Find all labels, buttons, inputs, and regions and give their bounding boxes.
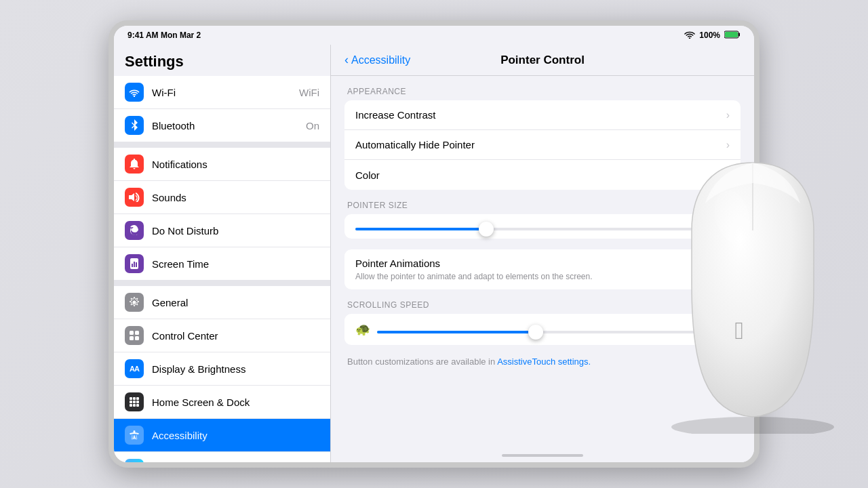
general-icon [125,293,144,312]
svg-rect-3 [725,32,738,37]
accessibility-icon [125,426,144,445]
controlcenter-label: Control Center [152,330,319,342]
sidebar-title: Settings [114,45,330,76]
wifi-value: WiFi [299,87,319,98]
wallpaper-icon [125,459,144,462]
battery-icon [724,30,741,40]
increase-contrast-row[interactable]: Increase Contrast › [344,100,741,130]
back-chevron-icon: ‹ [344,53,349,67]
panel-header: ‹ Accessibility Pointer Control [331,45,754,76]
sidebar-item-screentime[interactable]: Screen Time [114,247,330,281]
sidebar-item-accessibility[interactable]: Accessibility [114,419,330,452]
increase-contrast-label: Increase Contrast [355,109,726,121]
controlcenter-icon [125,326,144,345]
sidebar-item-controlcenter[interactable]: Control Center [114,319,330,352]
svg-rect-10 [130,331,134,335]
svg-rect-2 [738,33,740,37]
bluetooth-label: Bluetooth [152,120,306,131]
svg-rect-12 [130,336,134,340]
assistivetouch-link[interactable]: AssistiveTouch settings. [497,357,591,367]
sounds-icon [125,188,144,207]
svg-rect-6 [132,264,133,267]
homescreen-label: Home Screen & Dock [152,396,319,408]
scroll-indicator [502,454,583,457]
svg-rect-7 [134,262,135,267]
svg-rect-13 [135,336,139,340]
sidebar-item-wifi[interactable]: Wi-Fi WiFi [114,76,330,109]
svg-rect-11 [135,331,139,335]
sidebar-item-display[interactable]: AA Display & Brightness [114,352,330,386]
back-label: Accessibility [351,54,410,66]
sidebar-item-homescreen[interactable]: Home Screen & Dock [114,386,330,419]
settings-sidebar: Settings Wi-Fi WiFi [114,45,331,462]
sounds-label: Sounds [152,192,319,203]
svg-text::  [734,317,743,344]
display-label: Display & Brightness [152,363,319,375]
svg-rect-21 [133,404,136,407]
scrolling-speed-thumb[interactable] [528,325,543,340]
wifi-label: Wi-Fi [152,87,299,98]
sidebar-item-donotdisturb[interactable]: Do Not Disturb [114,214,330,247]
donotdisturb-label: Do Not Disturb [152,225,319,237]
notifications-label: Notifications [152,159,319,170]
svg-point-9 [133,301,136,304]
svg-rect-22 [136,404,139,407]
scrolling-speed-fill [377,331,536,333]
magic-mouse:  [651,149,868,488]
sidebar-item-notifications[interactable]: Notifications [114,148,330,181]
pointer-size-fill [355,228,486,230]
accessibility-label: Accessibility [152,430,319,441]
svg-rect-19 [136,401,139,403]
svg-point-4 [134,95,135,96]
svg-rect-15 [133,397,136,400]
donotdisturb-icon [125,221,144,240]
sidebar-item-wallpaper[interactable]: Wallpaper [114,452,330,462]
svg-point-0 [689,37,690,39]
divider-1 [114,142,330,148]
svg-point-23 [134,430,136,432]
svg-rect-16 [136,397,139,400]
svg-rect-17 [130,401,132,403]
sidebar-list: Wi-Fi WiFi Bluetooth On [114,76,330,462]
bluetooth-icon [125,116,144,135]
sidebar-item-bluetooth[interactable]: Bluetooth On [114,109,330,142]
divider-2 [114,281,330,286]
display-icon: AA [125,359,144,378]
footer-prefix: Button customizations are available in [347,357,497,367]
sidebar-item-sounds[interactable]: Sounds [114,181,330,214]
appearance-header: APPEARANCE [344,87,741,100]
wifi-icon [125,83,144,102]
svg-rect-8 [136,262,137,267]
sidebar-item-general[interactable]: General [114,286,330,319]
pointer-size-thumb[interactable] [479,222,494,237]
bluetooth-value: On [306,120,319,131]
status-bar: 9:41 AM Mon Mar 2 100% [114,26,754,45]
svg-rect-14 [130,397,132,400]
svg-rect-18 [133,401,136,403]
general-label: General [152,297,319,308]
notifications-icon [125,155,144,174]
battery-text: 100% [699,30,720,40]
screentime-icon [125,254,144,273]
wifi-signal-icon [684,30,695,40]
svg-point-34 [671,417,834,434]
status-icons: 100% [684,30,741,40]
homescreen-icon [125,392,144,411]
increase-contrast-chevron: › [726,109,730,121]
status-time: 9:41 AM Mon Mar 2 [127,30,201,40]
screentime-label: Screen Time [152,258,319,270]
scroll-turtle-icon: 🐢 [355,322,370,337]
svg-rect-20 [130,404,132,407]
back-button[interactable]: ‹ Accessibility [344,53,410,67]
panel-title: Pointer Control [500,54,585,67]
